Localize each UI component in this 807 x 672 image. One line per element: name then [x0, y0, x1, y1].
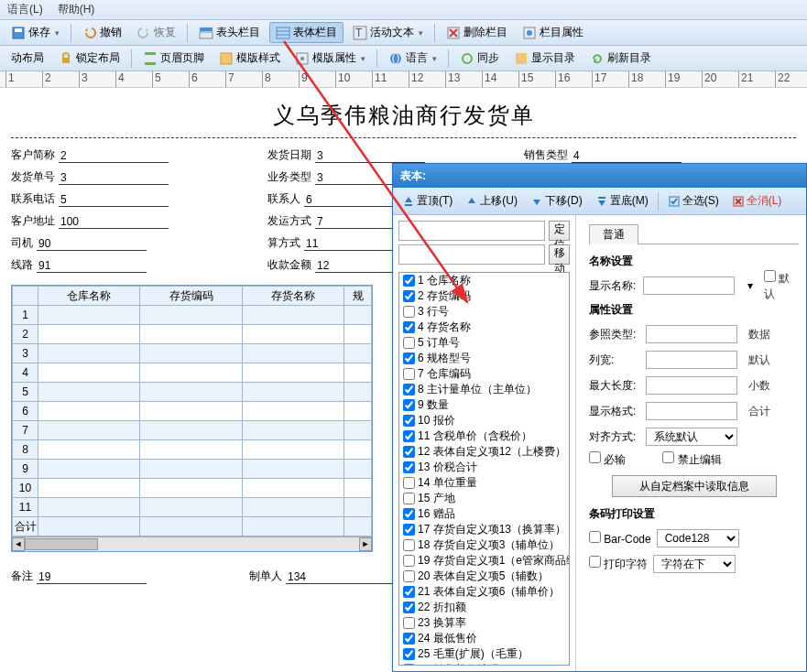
- moveto-input[interactable]: [398, 244, 545, 265]
- table-cell[interactable]: [242, 344, 344, 363]
- table-cell[interactable]: [242, 479, 344, 498]
- form-value[interactable]: 100: [59, 215, 169, 229]
- table-header[interactable]: 仓库名称: [38, 287, 140, 306]
- column-checkbox[interactable]: [403, 524, 415, 536]
- table-cell[interactable]: [140, 325, 242, 344]
- row-number[interactable]: 1: [13, 306, 38, 325]
- table-cell[interactable]: [38, 363, 140, 383]
- table-cell[interactable]: [344, 479, 372, 498]
- column-checkbox[interactable]: [403, 633, 415, 645]
- column-checkbox[interactable]: [403, 446, 415, 458]
- table-cell[interactable]: [242, 460, 344, 479]
- table-cell[interactable]: [344, 306, 372, 325]
- table-cell[interactable]: [344, 498, 372, 517]
- language-button[interactable]: 语言▾: [383, 49, 442, 68]
- column-checkbox[interactable]: [403, 306, 415, 318]
- header-footer-button[interactable]: 页眉页脚: [137, 49, 210, 68]
- reftype-input[interactable]: [646, 325, 737, 343]
- delete-column-button[interactable]: 删除栏目: [441, 23, 513, 42]
- scroll-thumb[interactable]: [25, 538, 98, 550]
- table-header[interactable]: [13, 287, 38, 306]
- row-number[interactable]: 3: [13, 344, 38, 363]
- barcode-checkbox[interactable]: [589, 531, 601, 543]
- column-checkbox[interactable]: [403, 602, 415, 613]
- maker-value[interactable]: 134: [286, 570, 396, 584]
- column-checkbox[interactable]: [403, 337, 415, 349]
- column-list-item[interactable]: 19 存货自定义项1（e管家商品编: [399, 553, 569, 569]
- show-toc-button[interactable]: 显示目录: [508, 49, 581, 68]
- table-cell[interactable]: [344, 383, 372, 402]
- table-cell[interactable]: [38, 325, 140, 344]
- tab-common[interactable]: 普通: [589, 224, 638, 244]
- table-cell[interactable]: [140, 479, 242, 498]
- column-list-item[interactable]: 7 仓库编码: [399, 366, 569, 382]
- column-checkbox[interactable]: [403, 664, 415, 666]
- column-checkbox[interactable]: [403, 508, 415, 520]
- column-list-item[interactable]: 17 存货自定义项13（换算率）: [399, 522, 569, 537]
- column-list-item[interactable]: 13 价税合计: [399, 460, 569, 475]
- row-number[interactable]: 6: [13, 402, 38, 421]
- column-list-item[interactable]: 14 单位重量: [399, 475, 569, 491]
- row-number[interactable]: 10: [13, 479, 38, 498]
- select-all-button[interactable]: 全选(S): [662, 190, 725, 211]
- column-list-item[interactable]: 15 产地: [399, 491, 569, 506]
- column-list-item[interactable]: 10 报价: [399, 413, 569, 428]
- table-cell[interactable]: [344, 363, 372, 383]
- table-cell[interactable]: [140, 383, 242, 402]
- redo-button[interactable]: 恢复: [131, 23, 181, 42]
- table-cell[interactable]: [38, 498, 140, 517]
- table-cell[interactable]: [38, 440, 140, 460]
- table-cell[interactable]: [344, 421, 372, 440]
- scroll-left-arrow[interactable]: ◄: [12, 537, 25, 551]
- column-list-item[interactable]: 20 表体自定义项5（辅数）: [399, 569, 569, 584]
- column-list-item[interactable]: 1 仓库名称: [399, 273, 569, 288]
- active-text-button[interactable]: T活动文本▾: [347, 23, 429, 42]
- column-checkbox[interactable]: [403, 368, 415, 380]
- locate-button[interactable]: 定位: [549, 221, 570, 241]
- table-cell[interactable]: [140, 306, 242, 325]
- column-list-item[interactable]: 25 毛重(扩展)（毛重）: [399, 646, 569, 662]
- table-cell[interactable]: [344, 344, 372, 363]
- barcode-type-select[interactable]: Code128: [657, 529, 739, 547]
- moveto-button[interactable]: 移动到: [549, 244, 570, 265]
- column-list-item[interactable]: 18 存货自定义项3（辅单位）: [399, 537, 569, 553]
- column-checkbox[interactable]: [403, 461, 415, 473]
- form-value[interactable]: 90: [37, 237, 147, 251]
- menu-help[interactable]: 帮助(H): [58, 2, 95, 17]
- column-checkbox[interactable]: [403, 384, 415, 396]
- table-cell[interactable]: [242, 383, 344, 402]
- row-number[interactable]: 2: [13, 325, 38, 344]
- table-cell[interactable]: [242, 325, 344, 344]
- row-number[interactable]: 4: [13, 363, 38, 383]
- column-checkbox[interactable]: [403, 617, 415, 629]
- column-list-item[interactable]: 2 存货编码: [399, 288, 569, 304]
- move-top-button[interactable]: 置顶(T): [397, 190, 458, 211]
- column-checkbox[interactable]: [403, 570, 415, 582]
- table-cell[interactable]: [38, 306, 140, 325]
- required-checkbox[interactable]: [589, 451, 601, 463]
- remark-value[interactable]: 19: [37, 570, 147, 584]
- column-list-item[interactable]: 22 折扣额: [399, 600, 569, 615]
- form-value[interactable]: 3: [315, 149, 425, 163]
- column-checkbox[interactable]: [403, 586, 415, 598]
- align-select[interactable]: 系统默认: [646, 428, 737, 446]
- table-cell[interactable]: [38, 421, 140, 440]
- form-value[interactable]: 91: [37, 259, 147, 273]
- default-name-checkbox[interactable]: [764, 270, 776, 282]
- table-cell[interactable]: [344, 460, 372, 479]
- undo-button[interactable]: 撤销: [77, 23, 127, 42]
- row-number[interactable]: 11: [13, 498, 38, 517]
- printchar-checkbox[interactable]: [589, 556, 601, 568]
- template-style-button[interactable]: 模版样式: [213, 49, 286, 68]
- move-bottom-button[interactable]: 置底(M): [590, 190, 654, 211]
- move-layout-button[interactable]: 动布局: [5, 49, 49, 68]
- column-list-item[interactable]: 16 赠品: [399, 506, 569, 522]
- save-button[interactable]: 保存▾: [5, 23, 65, 42]
- move-up-button[interactable]: 上移(U): [460, 190, 523, 211]
- table-cell[interactable]: [38, 479, 140, 498]
- table-body-button[interactable]: 表体栏目: [269, 22, 344, 43]
- column-checkbox[interactable]: [403, 290, 415, 302]
- row-number[interactable]: 8: [13, 440, 38, 460]
- column-checkbox[interactable]: [403, 275, 415, 287]
- column-list[interactable]: 1 仓库名称2 存货编码3 行号4 存货名称5 订单号6 规格型号7 仓库编码8…: [398, 272, 570, 666]
